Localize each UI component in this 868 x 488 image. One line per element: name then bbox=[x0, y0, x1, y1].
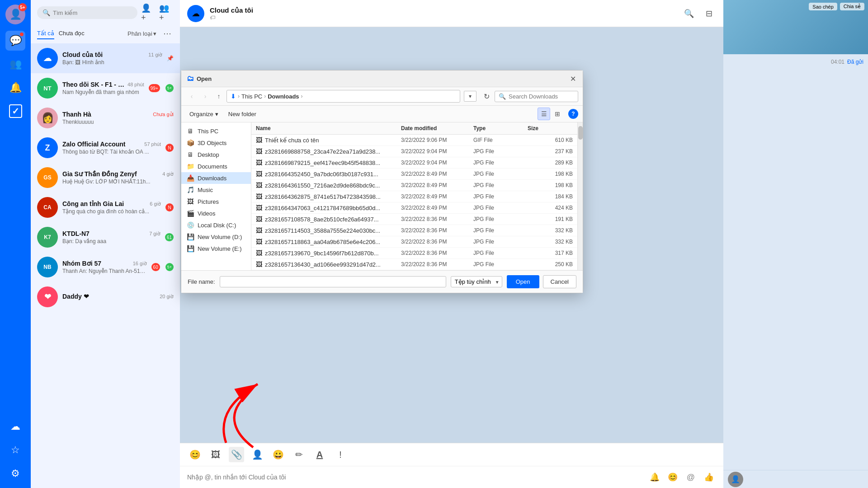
scrollbar-thumb[interactable] bbox=[578, 126, 583, 140]
star-icon: ☆ bbox=[11, 444, 20, 456]
file-item[interactable]: 🖼 z3281657139670_9bc14596f7b612d870b... … bbox=[251, 248, 577, 259]
search-input[interactable] bbox=[53, 9, 132, 16]
forward-button[interactable]: › bbox=[199, 90, 211, 102]
up-button[interactable]: ↑ bbox=[213, 90, 225, 102]
breadcrumb-dropdown-button[interactable]: ▾ bbox=[464, 91, 476, 102]
col-size[interactable]: Size bbox=[528, 124, 573, 132]
dialog-close-button[interactable]: ✕ bbox=[568, 74, 577, 83]
sidebar-item-tasks[interactable]: ✓ bbox=[5, 101, 25, 121]
details-view-button[interactable]: ⊞ bbox=[551, 108, 564, 120]
filetype-wrap: Tệp tùy chỉnh bbox=[451, 276, 502, 287]
sidebar-item-pictures[interactable]: 🖼 Pictures bbox=[181, 196, 251, 207]
more-options-button[interactable]: ⋯ bbox=[161, 27, 174, 40]
scrollbar[interactable] bbox=[577, 122, 583, 270]
filename-input[interactable] bbox=[220, 276, 446, 287]
file-item[interactable]: 🖼 z3281664361550_7216ae2d9de868bdc9c... … bbox=[251, 180, 577, 191]
file-item[interactable]: 🖼 z3281657108578_8ae2b510cfe26a64937... … bbox=[251, 214, 577, 225]
chat-content: Daddy ❤ 20 giờ bbox=[62, 293, 174, 301]
copy-button[interactable]: Sao chép bbox=[809, 3, 837, 10]
search-box[interactable]: 🔍 bbox=[37, 6, 137, 19]
file-item[interactable]: 🖼 z3281664352450_9a7bdc06f3b0187c931... … bbox=[251, 169, 577, 180]
user-avatar[interactable]: 👤 5+ bbox=[5, 5, 25, 24]
sticker-button[interactable]: 😊 bbox=[187, 447, 203, 462]
col-date[interactable]: Date modified bbox=[401, 124, 473, 132]
emoji-send-button[interactable]: 😊 bbox=[665, 470, 680, 484]
col-type[interactable]: Type bbox=[473, 124, 528, 132]
cancel-button[interactable]: Cancel bbox=[543, 275, 576, 288]
col-name[interactable]: Name bbox=[256, 124, 401, 132]
right-panel-avatar[interactable]: 👤 bbox=[728, 472, 743, 487]
chat-item[interactable]: CA Công an tỉnh Gia Lai 6 giờ Tặng quà c… bbox=[31, 192, 180, 222]
filter-all-button[interactable]: Tất cả bbox=[37, 28, 54, 39]
sidebar-item-new-volume-e[interactable]: 💾 New Volume (E:) bbox=[181, 243, 251, 254]
share-button[interactable]: Chia sẻ bbox=[840, 3, 864, 10]
exclamation-button[interactable]: ! bbox=[333, 447, 348, 462]
chat-item[interactable]: 👩 Thanh Hà Chưa gửi Thenkiuuuuu bbox=[31, 103, 180, 133]
refresh-button[interactable]: ↻ bbox=[480, 90, 493, 103]
file-item[interactable]: 🖼 z3281664362875_8741e517b4723843598... … bbox=[251, 191, 577, 202]
filter-category-button[interactable]: Phân loại ▾ bbox=[127, 30, 156, 37]
attach-button[interactable]: 📎 bbox=[229, 447, 244, 462]
emoji-button[interactable]: 😀 bbox=[270, 447, 286, 462]
search-chat-button[interactable]: 🔍 bbox=[682, 6, 696, 21]
sidebar-item-new-volume-d[interactable]: 💾 New Volume (D:) bbox=[181, 231, 251, 243]
add-friend-button[interactable]: 👤+ bbox=[141, 5, 156, 20]
file-item[interactable]: 🖼 z3281664347063_c41217847689bb65d0d... … bbox=[251, 202, 577, 214]
file-type: JPG File bbox=[473, 148, 528, 155]
file-item[interactable]: 🖼 z3281669879215_eef417eec9b45f548838...… bbox=[251, 157, 577, 169]
chat-item[interactable]: K7 KTDL-N7 7 giờ Bạn: Dạ vắng aaa 61 bbox=[31, 222, 180, 252]
panel-toggle-button[interactable]: ⊟ bbox=[702, 6, 716, 21]
sidebar-item-cloud[interactable]: ☁ bbox=[5, 417, 25, 436]
sidebar-item-settings[interactable]: ⚙ bbox=[5, 464, 25, 483]
contact-button[interactable]: 👤 bbox=[250, 447, 265, 462]
search-downloads-input[interactable] bbox=[509, 93, 572, 100]
file-item[interactable]: 🖼 z3281657118863_aa04a9b6785e6e4c206... … bbox=[251, 236, 577, 248]
mention-button[interactable]: @ bbox=[684, 470, 698, 484]
breadcrumb-sep2: › bbox=[264, 93, 266, 99]
sidebar-item-music[interactable]: 🎵 Music bbox=[181, 184, 251, 196]
chat-item[interactable]: Z Zalo Official Account 57 phút Thông bá… bbox=[31, 133, 180, 163]
help-button[interactable]: ? bbox=[568, 109, 578, 119]
image-button[interactable]: 🖼 bbox=[208, 447, 223, 462]
sidebar-item-local-disk-c[interactable]: 💿 Local Disk (C:) bbox=[181, 219, 251, 231]
chat-item[interactable]: NT Theo dõi SK - F1 - KL 48 phút Nam Ngu… bbox=[31, 73, 180, 103]
sidebar-item-desktop[interactable]: 🖥 Desktop bbox=[181, 149, 251, 160]
file-name-text: z3281664362875_8741e517b4723843598... bbox=[265, 193, 381, 200]
filter-unread-button[interactable]: Chưa đọc bbox=[59, 28, 85, 39]
chat-item[interactable]: ❤ Daddy ❤ 20 giờ bbox=[31, 282, 180, 312]
filetype-select[interactable]: Tệp tùy chỉnh bbox=[451, 276, 502, 287]
sidebar-item-3d-objects[interactable]: 📦 3D Objects bbox=[181, 137, 251, 149]
file-item[interactable]: 🖼 Thiết kế chưa có tên 3/22/2022 9:06 PM… bbox=[251, 135, 577, 146]
message-input[interactable] bbox=[187, 474, 644, 481]
sidebar-item-contacts[interactable]: 👥 bbox=[5, 54, 25, 74]
sidebar-item-documents[interactable]: 📁 Documents bbox=[181, 160, 251, 172]
like-button[interactable]: 👍 bbox=[702, 470, 716, 484]
chat-item[interactable]: NB Nhóm Bơi 57 16 giờ Thanh An: Nguyễn T… bbox=[31, 252, 180, 282]
back-button[interactable]: ‹ bbox=[186, 90, 198, 102]
file-date: 3/22/2022 8:49 PM bbox=[401, 205, 473, 211]
notification-send-button[interactable]: 🔔 bbox=[647, 470, 662, 484]
file-item[interactable]: 🖼 z3281657114503_3588a7555e224e030bc... … bbox=[251, 225, 577, 236]
text-format-button[interactable]: A bbox=[312, 447, 327, 462]
sidebar-item-downloads[interactable]: 📥 Downloads bbox=[181, 172, 251, 184]
breadcrumb-downloads[interactable]: Downloads bbox=[268, 93, 299, 100]
contact-icon: 👤 bbox=[252, 449, 263, 460]
create-group-button[interactable]: 👥+ bbox=[159, 5, 174, 20]
open-button[interactable]: Open bbox=[507, 275, 539, 288]
organize-button[interactable]: Organize ▾ bbox=[186, 109, 222, 119]
sidebar-item-chat[interactable]: 💬 bbox=[5, 31, 25, 51]
file-item[interactable]: 🖼 z3281669888758_23ca47e22ea71a9d238... … bbox=[251, 146, 577, 157]
new-folder-button[interactable]: New folder bbox=[225, 109, 260, 119]
sidebar-item-this-pc[interactable]: 🖥 This PC bbox=[181, 125, 251, 137]
file-item[interactable]: 🖼 z3281657136430_ad1066ee993291d47d2... … bbox=[251, 259, 577, 270]
list-view-button[interactable]: ☰ bbox=[538, 108, 550, 120]
sidebar-item-starred[interactable]: ☆ bbox=[5, 440, 25, 460]
breadcrumb-this-pc[interactable]: This PC bbox=[241, 93, 262, 100]
chat-item[interactable]: ☁ Cloud của tôi 11 giờ Bạn: 🖼 Hình ảnh 📌 bbox=[31, 43, 180, 73]
sidebar-item-notifications[interactable]: 🔔 bbox=[5, 78, 25, 98]
chat-item[interactable]: GS Gia Sư Thần Đồng Zenyf 4 giờ Huệ Huệ … bbox=[31, 163, 180, 192]
chat-icon: 💬 bbox=[9, 35, 22, 47]
sidebar-item-videos[interactable]: 🎬 Videos bbox=[181, 207, 251, 219]
breadcrumb-sep: › bbox=[238, 93, 240, 99]
draw-button[interactable]: ✏ bbox=[291, 447, 307, 462]
